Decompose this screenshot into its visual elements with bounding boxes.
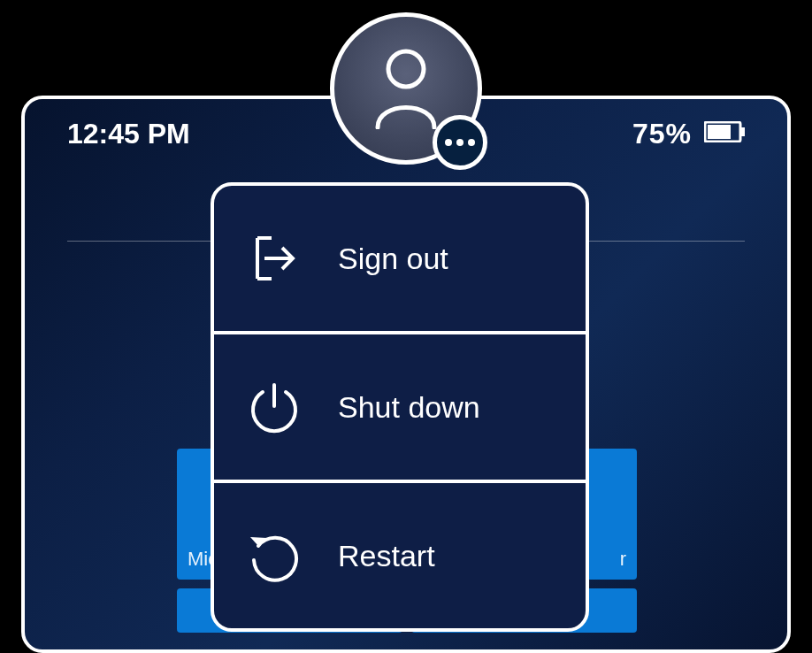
tile-label: r [620,548,626,571]
power-icon [246,379,303,435]
clock-time: 12:45 PM [67,118,190,150]
svg-rect-1 [741,127,745,136]
ellipsis-icon [456,139,463,146]
svg-rect-2 [708,125,731,139]
more-options-button[interactable] [433,115,487,170]
ellipsis-icon [445,139,452,146]
ellipsis-icon [468,139,475,146]
restart-icon [246,527,303,584]
user-avatar-container [330,12,482,165]
menu-item-label: Sign out [338,242,448,276]
power-menu: Sign out Shut down Restart [211,182,589,632]
restart-button[interactable]: Restart [214,483,586,628]
menu-item-label: Restart [338,539,435,573]
sign-out-icon [246,230,303,287]
battery-percent: 75% [632,118,692,150]
sign-out-button[interactable]: Sign out [214,186,586,334]
person-icon [369,44,443,133]
battery-icon [704,121,745,146]
battery-status: 75% [632,118,745,150]
svg-point-3 [388,51,424,87]
menu-item-label: Shut down [338,390,480,425]
shut-down-button[interactable]: Shut down [214,334,586,483]
